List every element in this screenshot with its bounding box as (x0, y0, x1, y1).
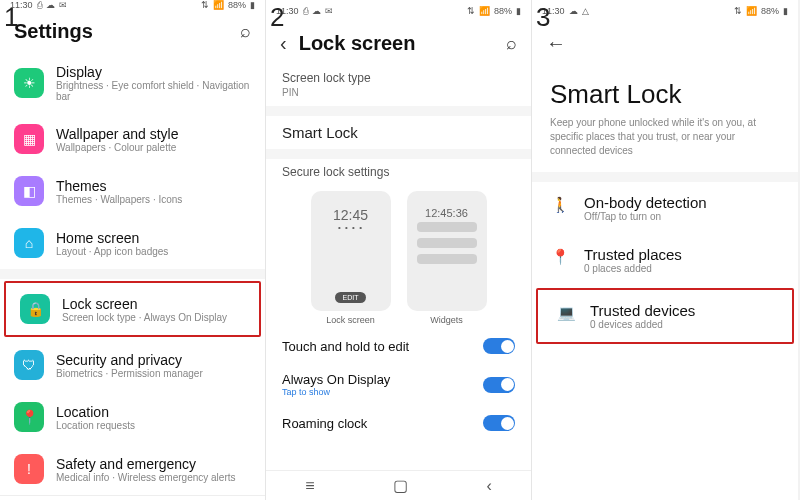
toggle-roaming-clock[interactable]: Roaming clock (266, 406, 531, 440)
trusted-places-icon: 📍 (550, 248, 570, 266)
page-desc: Keep your phone unlocked while it's on y… (532, 116, 798, 172)
settings-item-home-screen[interactable]: ⌂ Home screenLayout · App icon badges (0, 217, 265, 269)
page-title: Smart Lock (532, 65, 798, 116)
switch-icon[interactable] (483, 415, 515, 431)
security-and-privacy-icon: 🛡 (14, 350, 44, 380)
edit-badge[interactable]: EDIT (335, 292, 367, 303)
settings-header: Settings ⌕ (0, 10, 265, 53)
display-icon: ☀ (14, 68, 44, 98)
lock-screen-preview[interactable]: 12:45 • • • • EDIT Lock screen (311, 191, 391, 325)
screen-lock-type-label[interactable]: Screen lock type (266, 65, 531, 87)
android-navbar[interactable]: ≡▢‹ (0, 495, 265, 500)
android-navbar[interactable]: ≡▢‹ (266, 470, 531, 500)
trusted-devices-icon: 💻 (556, 304, 576, 322)
back-icon[interactable]: ‹ (280, 32, 287, 55)
switch-icon[interactable] (483, 377, 515, 393)
smart-lock-trusted-places[interactable]: 📍 Trusted places0 places added (532, 234, 798, 286)
toggle-touch-and-hold-to-edit[interactable]: Touch and hold to edit (266, 329, 531, 363)
smart-lock-row[interactable]: Smart Lock (266, 116, 531, 149)
page-title: Lock screen (299, 32, 494, 55)
smart-lock-on-body-detection[interactable]: 🚶 On-body detectionOff/Tap to turn on (532, 182, 798, 234)
toggle-always-on-display[interactable]: Always On DisplayTap to show (266, 363, 531, 406)
safety-and-emergency-icon: ! (14, 454, 44, 484)
home-screen-icon: ⌂ (14, 228, 44, 258)
widgets-preview[interactable]: 12:45:36 Widgets (407, 191, 487, 325)
wallpaper-and-style-icon: ▦ (14, 124, 44, 154)
statusbar: 11:30⎙☁✉ ⇅📶88%▮ (266, 0, 531, 22)
location-icon: 📍 (14, 402, 44, 432)
smart-lock-header: ← (532, 22, 798, 65)
settings-item-wallpaper-and-style[interactable]: ▦ Wallpaper and styleWallpapers · Colour… (0, 113, 265, 165)
smart-lock-screen: 3 11:30☁△ ⇅📶88%▮ ← Smart Lock Keep your … (532, 0, 798, 500)
settings-item-location[interactable]: 📍 LocationLocation requests (0, 391, 265, 443)
search-icon[interactable]: ⌕ (240, 21, 251, 42)
search-icon[interactable]: ⌕ (506, 33, 517, 54)
statusbar: 11:30☁△ ⇅📶88%▮ (532, 0, 798, 22)
switch-icon[interactable] (483, 338, 515, 354)
settings-item-display[interactable]: ☀ DisplayBrightness · Eye comfort shield… (0, 53, 265, 113)
settings-item-lock-screen[interactable]: 🔒 Lock screenScreen lock type · Always O… (4, 281, 261, 337)
lock-screen-header: ‹ Lock screen ⌕ (266, 22, 531, 65)
page-title: Settings (14, 20, 228, 43)
settings-item-themes[interactable]: ◧ ThemesThemes · Wallpapers · Icons (0, 165, 265, 217)
step-1: 1 (4, 2, 18, 33)
step-3: 3 (536, 2, 550, 33)
screen-lock-type-value: PIN (266, 87, 531, 106)
back-icon[interactable]: ← (546, 32, 566, 55)
settings-screen: 1 11:30⎙☁✉ ⇅📶88%▮ Settings ⌕ ☀ DisplayBr… (0, 0, 266, 500)
statusbar: 11:30⎙☁✉ ⇅📶88%▮ (0, 0, 265, 10)
lock-screen-settings: 2 11:30⎙☁✉ ⇅📶88%▮ ‹ Lock screen ⌕ Screen… (266, 0, 532, 500)
on-body-detection-icon: 🚶 (550, 196, 570, 214)
step-2: 2 (270, 2, 284, 33)
themes-icon: ◧ (14, 176, 44, 206)
secure-lock-row[interactable]: Secure lock settings (266, 159, 531, 181)
settings-item-security-and-privacy[interactable]: 🛡 Security and privacyBiometrics · Permi… (0, 339, 265, 391)
smart-lock-trusted-devices[interactable]: 💻 Trusted devices0 devices added (536, 288, 794, 344)
lock-screen-icon: 🔒 (20, 294, 50, 324)
settings-item-safety-and-emergency[interactable]: ! Safety and emergencyMedical info · Wir… (0, 443, 265, 495)
